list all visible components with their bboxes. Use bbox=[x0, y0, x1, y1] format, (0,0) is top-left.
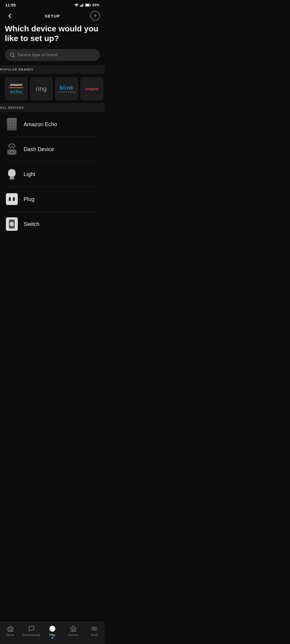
svg-rect-1 bbox=[80, 6, 81, 7]
blink-wordmark: blink bbox=[58, 85, 75, 91]
signal-icon bbox=[80, 3, 84, 7]
light-icon bbox=[5, 167, 19, 181]
amazon-wordmark: amazon bbox=[9, 83, 23, 87]
brand-amazon-echo[interactable]: amazon echo bbox=[5, 78, 27, 100]
search-placeholder: Device type or brand bbox=[18, 53, 57, 57]
help-button[interactable]: ? bbox=[90, 11, 100, 21]
status-icons: 83% bbox=[74, 3, 99, 7]
plug-icon bbox=[5, 192, 19, 206]
dash-device-icon bbox=[5, 142, 19, 156]
help-icon: ? bbox=[94, 14, 96, 18]
device-name-amazon-echo: Amazon Echo bbox=[24, 121, 57, 127]
device-item-dash[interactable]: Dash Device bbox=[5, 137, 100, 162]
sengled-wordmark: sengled bbox=[85, 87, 98, 91]
amazon-echo-icon bbox=[5, 117, 19, 131]
brand-blink[interactable]: blink an amazon company bbox=[55, 78, 78, 100]
svg-rect-6 bbox=[90, 4, 91, 6]
header-title: SETUP bbox=[45, 14, 60, 18]
brands-section: amazon echo ring blink an amazon company… bbox=[0, 74, 105, 101]
battery-percentage: 83% bbox=[92, 3, 99, 7]
popular-brands-header: POPULAR BRANDS bbox=[0, 65, 105, 74]
status-time: 11:55 bbox=[5, 3, 16, 7]
svg-point-0 bbox=[76, 6, 77, 6]
svg-rect-4 bbox=[83, 3, 84, 7]
all-devices-header: ALL DEVICES bbox=[0, 103, 105, 112]
brand-sengled[interactable]: sengled bbox=[81, 78, 103, 100]
status-bar: 11:55 83% bbox=[0, 0, 105, 9]
device-name-dash: Dash Device bbox=[24, 146, 54, 152]
battery-icon bbox=[85, 3, 91, 7]
device-item-amazon-echo[interactable]: Amazon Echo bbox=[5, 112, 100, 137]
page-content: Which device would you like to set up? D… bbox=[0, 24, 105, 61]
blink-sub-text: an amazon company bbox=[58, 91, 75, 93]
device-name-light: Light bbox=[24, 171, 35, 177]
wifi-icon bbox=[74, 3, 79, 7]
svg-rect-7 bbox=[85, 4, 89, 6]
brands-grid: amazon echo ring blink an amazon company… bbox=[5, 74, 100, 101]
brand-ring[interactable]: ring bbox=[30, 78, 53, 100]
device-item-light[interactable]: Light bbox=[5, 162, 100, 187]
svg-line-9 bbox=[13, 56, 15, 57]
search-bar[interactable]: Device type or brand bbox=[5, 49, 100, 61]
page-title: Which device would you like to set up? bbox=[5, 24, 100, 43]
svg-rect-3 bbox=[82, 4, 83, 7]
device-item-switch[interactable]: Switch bbox=[5, 212, 100, 236]
switch-icon bbox=[5, 217, 19, 231]
echo-wordmark: echo bbox=[9, 89, 23, 95]
back-button[interactable] bbox=[5, 11, 15, 21]
header: SETUP ? bbox=[0, 9, 105, 24]
device-name-switch: Switch bbox=[24, 221, 39, 227]
search-icon bbox=[10, 52, 15, 58]
ring-wordmark: ring bbox=[36, 85, 47, 92]
all-devices-list: Amazon Echo Dash Device bbox=[0, 112, 105, 236]
device-name-plug: Plug bbox=[24, 196, 34, 202]
device-item-plug[interactable]: Plug bbox=[5, 187, 100, 212]
svg-rect-2 bbox=[81, 5, 82, 7]
